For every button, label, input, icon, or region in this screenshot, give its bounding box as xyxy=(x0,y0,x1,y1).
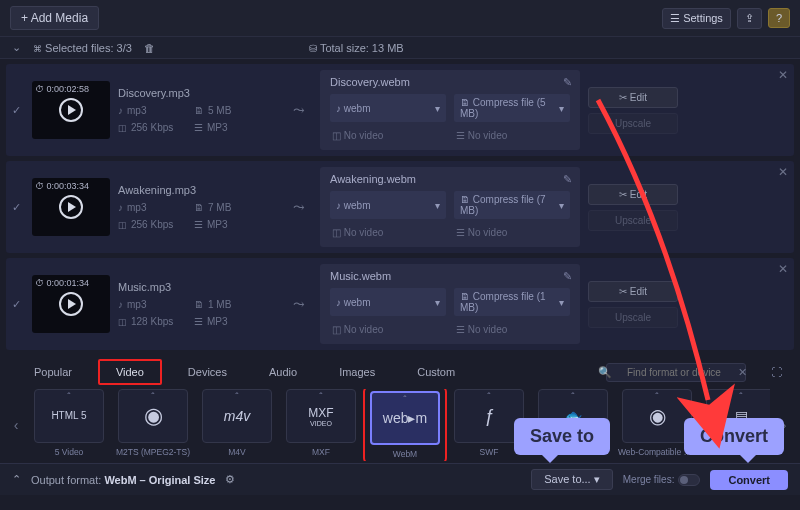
convert-button[interactable]: Convert xyxy=(710,470,788,490)
thumbnail[interactable]: ⏱ 0:00:02:58 xyxy=(32,81,110,139)
codec-label: MP3 xyxy=(194,122,264,133)
duration-label: ⏱ 0:00:03:34 xyxy=(35,181,89,191)
thumbnail[interactable]: ⏱ 0:00:01:34 xyxy=(32,275,110,333)
compress-dropdown[interactable]: 🗎 Compress file (1 MB)▾ xyxy=(454,288,570,316)
share-button[interactable]: ⇪ xyxy=(737,8,762,29)
output-format-dropdown[interactable]: ♪ webm▾ xyxy=(330,94,446,122)
expand-icon[interactable]: ⛶ xyxy=(771,366,782,378)
output-panel: Music.webm ✎ ♪ webm▾ 🗎 Compress file (1 … xyxy=(320,264,580,344)
settings-button[interactable]: ☰ Settings xyxy=(662,8,731,29)
clear-search-icon[interactable]: ✕ xyxy=(738,366,747,379)
format-card-webm[interactable]: ˆweb▸mWebM xyxy=(366,389,444,461)
format-card-html5[interactable]: ˆHTML 55 Video xyxy=(30,389,108,461)
output-panel: Discovery.webm ✎ ♪ webm▾ 🗎 Compress file… xyxy=(320,70,580,150)
search-icon: 🔍 xyxy=(598,366,612,379)
file-row: ✓ ⏱ 0:00:03:34 Awakening.mp3 mp3 7 MB 25… xyxy=(6,161,794,253)
add-media-button[interactable]: + Add Media xyxy=(10,6,99,30)
format-tabs: Popular Video Devices Audio Images Custo… xyxy=(0,355,800,385)
top-bar: + Add Media ☰ Settings ⇪ ? xyxy=(0,0,800,36)
file-row: ✓ ⏱ 0:00:02:58 Discovery.mp3 mp3 5 MB 25… xyxy=(6,64,794,156)
format-card-m4v[interactable]: ˆm4vM4V xyxy=(198,389,276,461)
share-icon: ⇪ xyxy=(745,12,754,24)
file-row: ✓ ⏱ 0:00:01:34 Music.mp3 mp3 1 MB 128 Kb… xyxy=(6,258,794,350)
novideo-label: ◫ No video xyxy=(330,127,446,144)
compress-dropdown[interactable]: 🗎 Compress file (7 MB)▾ xyxy=(454,191,570,219)
duration-label: ⏱ 0:00:02:58 xyxy=(35,84,89,94)
bottom-bar: ⌃ Output format: WebM – Original Size ⚙ … xyxy=(0,463,800,495)
merge-files-toggle[interactable]: Merge files: xyxy=(623,474,701,486)
hamburger-icon: ☰ xyxy=(670,12,680,24)
thumbnail[interactable]: ⏱ 0:00:03:34 xyxy=(32,178,110,236)
tab-custom[interactable]: Custom xyxy=(401,361,471,383)
bitrate-label: 256 Kbps xyxy=(118,122,184,133)
size-label: 5 MB xyxy=(194,105,264,116)
format-label: mp3 xyxy=(118,105,184,116)
edit-button[interactable]: ✂ Edit xyxy=(588,87,678,108)
tab-devices[interactable]: Devices xyxy=(172,361,243,383)
format-card-m2ts[interactable]: ˆ◉M2TS (MPEG2-TS) xyxy=(114,389,192,461)
convert-arrow-icon: ⤳ xyxy=(286,199,312,215)
check-icon[interactable]: ✓ xyxy=(12,104,24,117)
novideo-label: ☰ No video xyxy=(454,127,570,144)
edit-name-icon[interactable]: ✎ xyxy=(563,173,572,186)
edit-name-icon[interactable]: ✎ xyxy=(563,76,572,89)
compress-dropdown[interactable]: 🗎 Compress file (5 MB)▾ xyxy=(454,94,570,122)
tab-video[interactable]: Video xyxy=(98,359,162,385)
trash-icon[interactable]: 🗑 xyxy=(144,42,155,54)
upscale-button: Upscale xyxy=(588,113,678,134)
play-icon[interactable] xyxy=(59,292,83,316)
edit-button[interactable]: ✂ Edit xyxy=(588,184,678,205)
format-card-mxf[interactable]: ˆMXFVIDEOMXF xyxy=(282,389,360,461)
callout-convert: Convert xyxy=(684,418,784,455)
scroll-left-button[interactable]: ‹ xyxy=(6,395,26,455)
close-icon[interactable]: ✕ xyxy=(778,165,788,179)
collapse-icon[interactable]: ⌃ xyxy=(12,473,21,486)
play-icon[interactable] xyxy=(59,195,83,219)
tab-popular[interactable]: Popular xyxy=(18,361,88,383)
convert-arrow-icon: ⤳ xyxy=(286,102,312,118)
save-to-button[interactable]: Save to... ▾ xyxy=(531,469,613,490)
help-button[interactable]: ? xyxy=(768,8,790,28)
tab-images[interactable]: Images xyxy=(323,361,391,383)
callout-save-to: Save to xyxy=(514,418,610,455)
check-icon[interactable]: ✓ xyxy=(12,201,24,214)
selection-toolbar: ⌄ Selected files: 3/3 🗑 Total size: 13 M… xyxy=(0,36,800,59)
format-carousel: ‹ ˆHTML 55 Video ˆ◉M2TS (MPEG2-TS) ˆm4vM… xyxy=(0,385,800,463)
output-format-dropdown[interactable]: ♪ webm▾ xyxy=(330,288,446,316)
play-icon[interactable] xyxy=(59,98,83,122)
collapse-icon[interactable]: ⌄ xyxy=(12,41,21,54)
output-format-label: Output format: WebM – Original Size xyxy=(31,474,215,486)
convert-arrow-icon: ⤳ xyxy=(286,296,312,312)
output-format-dropdown[interactable]: ♪ webm▾ xyxy=(330,191,446,219)
edit-button[interactable]: ✂ Edit xyxy=(588,281,678,302)
close-icon[interactable]: ✕ xyxy=(778,68,788,82)
edit-name-icon[interactable]: ✎ xyxy=(563,270,572,283)
duration-label: ⏱ 0:00:01:34 xyxy=(35,278,89,288)
file-list: ✓ ⏱ 0:00:02:58 Discovery.mp3 mp3 5 MB 25… xyxy=(0,64,800,350)
file-name: Discovery.mp3 xyxy=(118,87,278,99)
total-size-label: Total size: 13 MB xyxy=(309,42,404,54)
upscale-button: Upscale xyxy=(588,307,678,328)
check-icon[interactable]: ✓ xyxy=(12,298,24,311)
tab-audio[interactable]: Audio xyxy=(253,361,313,383)
gear-icon[interactable]: ⚙ xyxy=(225,473,235,486)
selected-files-label: Selected files: 3/3 xyxy=(33,42,132,54)
close-icon[interactable]: ✕ xyxy=(778,262,788,276)
output-panel: Awakening.webm ✎ ♪ webm▾ 🗎 Compress file… xyxy=(320,167,580,247)
format-search-input[interactable] xyxy=(606,363,746,382)
output-file-name: Discovery.webm xyxy=(330,76,570,88)
upscale-button: Upscale xyxy=(588,210,678,231)
file-name: Awakening.mp3 xyxy=(118,184,278,196)
